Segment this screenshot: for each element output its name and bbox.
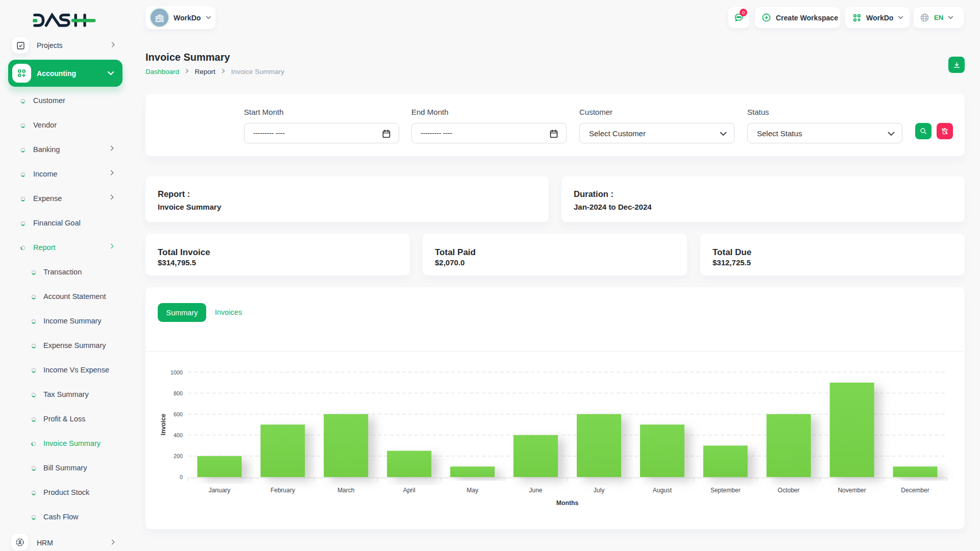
svg-text:200: 200	[174, 453, 183, 459]
svg-text:600: 600	[174, 411, 183, 417]
svg-text:April: April	[403, 487, 415, 494]
svg-text:July: July	[594, 487, 604, 494]
svg-text:November: November	[838, 487, 866, 494]
svg-text:August: August	[653, 487, 672, 494]
svg-text:January: January	[209, 487, 231, 494]
svg-text:March: March	[337, 487, 354, 494]
svg-text:0: 0	[180, 474, 183, 480]
svg-text:May: May	[467, 487, 478, 494]
svg-text:September: September	[710, 487, 741, 494]
svg-text:June: June	[529, 487, 542, 494]
svg-text:800: 800	[174, 390, 183, 396]
svg-text:1000: 1000	[170, 369, 183, 375]
svg-text:February: February	[271, 487, 295, 494]
svg-text:400: 400	[174, 432, 183, 438]
svg-text:October: October	[778, 487, 800, 494]
svg-text:Months: Months	[556, 499, 579, 507]
svg-text:Invoice: Invoice	[160, 414, 167, 436]
svg-text:December: December	[901, 487, 929, 494]
